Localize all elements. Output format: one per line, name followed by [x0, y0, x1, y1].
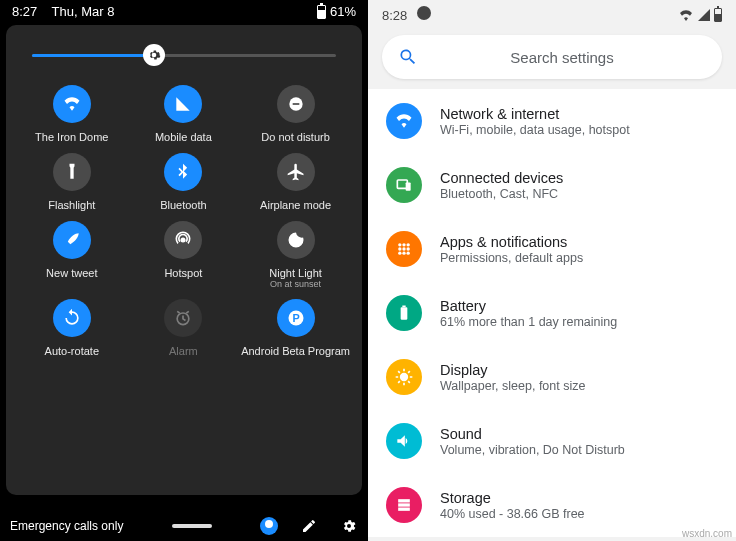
tile-label: Flashlight	[48, 199, 95, 211]
gear-icon[interactable]	[143, 44, 165, 66]
settings-row-storage[interactable]: Storage 40% used - 38.66 GB free	[368, 473, 736, 537]
tile-bluetooth[interactable]: Bluetooth	[130, 153, 238, 211]
clock-icon	[417, 6, 431, 20]
svg-rect-1	[292, 103, 299, 105]
settings-title: Battery	[440, 298, 617, 314]
hotspot-icon	[164, 221, 202, 259]
signal-icon	[164, 85, 202, 123]
signal-icon	[698, 9, 710, 21]
battery-icon	[714, 8, 722, 22]
settings-screen: 8:28 Search settings Network & internet …	[368, 0, 736, 541]
svg-point-8	[398, 243, 401, 246]
devices-icon	[386, 167, 422, 203]
edit-icon[interactable]	[300, 517, 318, 535]
storage-icon	[386, 487, 422, 523]
svg-rect-17	[401, 307, 408, 320]
tile-label: The Iron Dome	[35, 131, 108, 143]
bluetooth-icon	[164, 153, 202, 191]
settings-title: Connected devices	[440, 170, 563, 186]
svg-rect-18	[402, 306, 405, 308]
search-icon	[398, 47, 418, 67]
wifi-icon	[53, 85, 91, 123]
settings-row-sound[interactable]: Sound Volume, vibration, Do Not Disturb	[368, 409, 736, 473]
svg-point-9	[402, 243, 405, 246]
tile-feather[interactable]: New tweet	[18, 221, 126, 289]
search-settings[interactable]: Search settings	[382, 35, 722, 79]
battery-icon	[386, 295, 422, 331]
settings-title: Sound	[440, 426, 625, 442]
settings-sub: Volume, vibration, Do Not Disturb	[440, 443, 625, 457]
flashlight-icon	[53, 153, 91, 191]
tile-hotspot[interactable]: Hotspot	[130, 221, 238, 289]
status-bar: 8:27 Thu, Mar 8 61%	[0, 0, 368, 21]
tile-label: Mobile data	[155, 131, 212, 143]
tile-label: Alarm	[169, 345, 198, 357]
tile-moon[interactable]: Night Light On at sunset	[241, 221, 350, 289]
settings-row-battery[interactable]: Battery 61% more than 1 day remaining	[368, 281, 736, 345]
moon-icon	[277, 221, 315, 259]
svg-point-11	[398, 247, 401, 250]
tile-rotate[interactable]: Auto-rotate	[18, 299, 126, 357]
settings-row-apps[interactable]: Apps & notifications Permissions, defaul…	[368, 217, 736, 281]
settings-row-display[interactable]: Display Wallpaper, sleep, font size	[368, 345, 736, 409]
rotate-icon	[53, 299, 91, 337]
status-bar: 8:28	[368, 0, 736, 27]
display-icon	[386, 359, 422, 395]
tile-label: Android Beta Program	[241, 345, 350, 357]
tile-label: Airplane mode	[260, 199, 331, 211]
svg-point-16	[407, 252, 410, 255]
watermark: wsxdn.com	[682, 528, 732, 539]
drag-handle[interactable]	[172, 524, 212, 528]
settings-sub: Wi-Fi, mobile, data usage, hotspot	[440, 123, 630, 137]
settings-title: Storage	[440, 490, 585, 506]
tile-label: Hotspot	[164, 267, 202, 279]
tile-flashlight[interactable]: Flashlight	[18, 153, 126, 211]
user-icon[interactable]	[260, 517, 278, 535]
svg-rect-22	[398, 508, 410, 511]
airplane-icon	[277, 153, 315, 191]
battery-percent: 61%	[330, 4, 356, 19]
settings-row-wifi[interactable]: Network & internet Wi-Fi, mobile, data u…	[368, 89, 736, 153]
svg-point-2	[181, 238, 186, 243]
settings-sub: Wallpaper, sleep, font size	[440, 379, 585, 393]
alarm-icon	[164, 299, 202, 337]
settings-sub: 61% more than 1 day remaining	[440, 315, 617, 329]
wifi-icon	[678, 9, 694, 21]
tile-alarm[interactable]: Alarm	[130, 299, 238, 357]
tile-label: Bluetooth	[160, 199, 206, 211]
quick-settings-screen: 8:27 Thu, Mar 8 61% The Iron Dome Mobile…	[0, 0, 368, 541]
svg-text:P: P	[292, 312, 299, 324]
tile-dnd[interactable]: Do not disturb	[241, 85, 350, 143]
tile-label: Night Light	[269, 267, 322, 279]
search-placeholder: Search settings	[418, 49, 706, 66]
svg-point-19	[400, 373, 408, 381]
settings-sub: Bluetooth, Cast, NFC	[440, 187, 563, 201]
tile-label: New tweet	[46, 267, 97, 279]
status-date: Thu, Mar 8	[52, 4, 115, 19]
settings-title: Display	[440, 362, 585, 378]
svg-rect-20	[398, 499, 410, 502]
settings-icon[interactable]	[340, 517, 358, 535]
svg-point-13	[407, 247, 410, 250]
settings-sub: Permissions, default apps	[440, 251, 583, 265]
tile-sub: On at sunset	[270, 279, 321, 289]
tile-signal[interactable]: Mobile data	[130, 85, 238, 143]
svg-point-14	[398, 252, 401, 255]
brightness-slider[interactable]	[32, 43, 336, 67]
network-status: Emergency calls only	[10, 519, 123, 533]
settings-title: Apps & notifications	[440, 234, 583, 250]
sound-icon	[386, 423, 422, 459]
svg-point-15	[402, 252, 405, 255]
apps-icon	[386, 231, 422, 267]
status-time: 8:28	[382, 8, 407, 23]
wifi-icon	[386, 103, 422, 139]
tile-label: Do not disturb	[261, 131, 329, 143]
tile-wifi[interactable]: The Iron Dome	[18, 85, 126, 143]
svg-point-10	[407, 243, 410, 246]
tile-airplane[interactable]: Airplane mode	[241, 153, 350, 211]
tile-p[interactable]: P Android Beta Program	[241, 299, 350, 357]
feather-icon	[53, 221, 91, 259]
settings-sub: 40% used - 38.66 GB free	[440, 507, 585, 521]
tile-label: Auto-rotate	[45, 345, 99, 357]
settings-row-devices[interactable]: Connected devices Bluetooth, Cast, NFC	[368, 153, 736, 217]
